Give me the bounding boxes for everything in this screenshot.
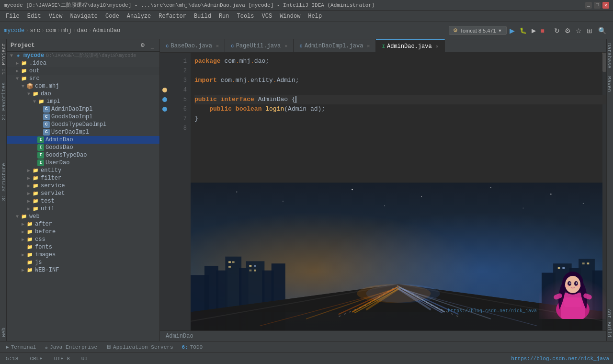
code-line-1: package com.mhj.dao; bbox=[194, 57, 606, 66]
tree-item-after[interactable]: ▶ 📁 after bbox=[7, 220, 159, 228]
tree-item-css[interactable]: ▶ 📁 css bbox=[7, 236, 159, 243]
find-button[interactable]: ⊞ bbox=[585, 26, 594, 35]
panel-maven[interactable]: Maven bbox=[607, 72, 613, 96]
tree-item-fonts[interactable]: 📁 fonts bbox=[7, 243, 159, 251]
tree-item-admindaoimpl[interactable]: C AdminDaoImpl bbox=[7, 105, 159, 113]
tree-item-com-mhj[interactable]: ▼ 📦 com.mhj bbox=[7, 82, 159, 90]
menu-build[interactable]: Build bbox=[190, 12, 215, 21]
tree-item-servlet[interactable]: ▶ 📁 servlet bbox=[7, 190, 159, 197]
svg-rect-14 bbox=[579, 259, 595, 330]
status-crlf: CRLF bbox=[28, 356, 44, 362]
code-editor[interactable]: 1 2 3 4 5 6 7 8 bbox=[160, 53, 606, 330]
tree-icons: ⚙ _ bbox=[138, 41, 156, 49]
bottom-tab-app-servers[interactable]: 🖥 Application Servers bbox=[102, 343, 177, 351]
tree-item-dao[interactable]: ▼ 📁 dao bbox=[7, 90, 159, 98]
run-config-button[interactable]: ⚙ Tomcat 8.5.471 ▼ bbox=[449, 26, 506, 35]
settings-button[interactable]: ⚙ bbox=[563, 26, 573, 35]
tree-item-entity[interactable]: ▶ 📁 entity bbox=[7, 167, 159, 174]
bottom-tab-todo[interactable]: 6: TODO bbox=[178, 343, 207, 351]
breadcrumb-dao[interactable]: dao bbox=[77, 27, 88, 34]
menu-tools[interactable]: Tools bbox=[233, 12, 258, 21]
gutter bbox=[160, 53, 170, 330]
csdn-link[interactable]: https://blog.csdn.net/nick_java bbox=[511, 356, 609, 362]
tree-item-js[interactable]: 📁 js bbox=[7, 259, 159, 266]
tree-item-test[interactable]: ▶ 📁 test bbox=[7, 197, 159, 205]
tree-item-admindao[interactable]: I AdminDao bbox=[7, 136, 159, 144]
tree-item-goodstypedaoimpl[interactable]: C GoodsTypeDaoImpl bbox=[7, 121, 159, 128]
panel-project[interactable]: 1: Project bbox=[0, 39, 6, 79]
stop-button[interactable]: ■ bbox=[539, 26, 546, 35]
close-tab-admindaoimpl[interactable]: ✕ bbox=[367, 43, 370, 49]
svg-line-34 bbox=[352, 286, 398, 312]
tab-admindaoimpl[interactable]: c AdminDaoImpl.java ✕ bbox=[294, 39, 376, 52]
tree-icon-hide[interactable]: _ bbox=[149, 41, 156, 49]
tree-item-before[interactable]: ▶ 📁 before bbox=[7, 228, 159, 236]
menu-refactor[interactable]: Refactor bbox=[155, 12, 190, 21]
tree-item-userdaoimpl[interactable]: C UserDaoImpl bbox=[7, 128, 159, 136]
run-button[interactable]: ▶ bbox=[508, 26, 517, 35]
tree-icon-cog[interactable]: ⚙ bbox=[138, 41, 147, 49]
tree-item-filter[interactable]: ▶ 📁 filter bbox=[7, 174, 159, 182]
tree-item-impl[interactable]: ▼ 📁 impl bbox=[7, 98, 159, 105]
debug-button[interactable]: 🐛 bbox=[518, 26, 529, 35]
tree-item-goodsdaoimpl[interactable]: C GoodsDaoImpl bbox=[7, 113, 159, 121]
search-everywhere-button[interactable]: 🔍 bbox=[595, 26, 609, 35]
folder-icon: 📁 bbox=[20, 68, 28, 74]
menu-analyze[interactable]: Analyze bbox=[123, 12, 155, 21]
tree-item-web[interactable]: ▼ 📁 web bbox=[7, 213, 159, 220]
maximize-button[interactable]: □ bbox=[594, 2, 601, 9]
close-tab-pageutil[interactable]: ✕ bbox=[284, 43, 287, 49]
tree-item-out[interactable]: ▶ 📁 out bbox=[7, 67, 159, 75]
info-marker-2 bbox=[162, 107, 167, 112]
tree-item-service[interactable]: ▶ 📁 service bbox=[7, 182, 159, 190]
panel-ant[interactable]: Ant Build bbox=[607, 305, 613, 341]
panel-structure[interactable]: 3: Structure bbox=[0, 160, 8, 204]
breadcrumb-mycode[interactable]: mycode bbox=[4, 27, 24, 34]
tree-item-userdao[interactable]: I UserDao bbox=[7, 159, 159, 167]
panel-web[interactable]: Web bbox=[0, 324, 6, 341]
tree-item-goodsdao[interactable]: I GoodsDao bbox=[7, 144, 159, 151]
breadcrumb-com[interactable]: com bbox=[45, 27, 56, 34]
menu-view[interactable]: View bbox=[45, 12, 67, 21]
menu-code[interactable]: Code bbox=[102, 12, 123, 21]
svg-rect-11 bbox=[542, 273, 556, 330]
tree-item-util[interactable]: ▶ 📁 util bbox=[7, 205, 159, 213]
menu-edit[interactable]: Edit bbox=[23, 12, 45, 21]
close-tab-admindao[interactable]: ✕ bbox=[436, 44, 439, 49]
menu-help[interactable]: Help bbox=[304, 12, 326, 21]
breadcrumb-mhj[interactable]: mhj bbox=[61, 27, 72, 34]
code-content[interactable]: https://blog.csdn.net/nick_java package … bbox=[191, 53, 606, 330]
run-config-label: Tomcat 8.5.471 bbox=[460, 28, 496, 34]
menu-file[interactable]: File bbox=[2, 12, 23, 21]
bookmark-button[interactable]: ☆ bbox=[574, 26, 584, 35]
menu-run[interactable]: Run bbox=[215, 12, 233, 21]
tab-admindao[interactable]: I AdminDao.java ✕ bbox=[376, 39, 444, 52]
bottom-tab-terminal[interactable]: ▶ Terminal bbox=[2, 343, 40, 351]
folder-icon: 📁 bbox=[32, 198, 39, 205]
svg-rect-13 bbox=[569, 268, 581, 330]
menu-vcs[interactable]: VCS bbox=[258, 12, 276, 21]
tab-basedao[interactable]: c BaseDao.java ✕ bbox=[160, 39, 225, 52]
panel-database[interactable]: Database bbox=[607, 39, 613, 72]
close-tab-basedao[interactable]: ✕ bbox=[216, 43, 219, 49]
close-button[interactable]: ✕ bbox=[602, 2, 609, 9]
svg-rect-70 bbox=[583, 293, 592, 300]
tree-item-src[interactable]: ▼ 📁 src bbox=[7, 75, 159, 82]
breadcrumb-admindao[interactable]: AdminDao bbox=[93, 27, 121, 34]
breadcrumb-src[interactable]: src bbox=[30, 27, 40, 34]
tree-item-goodstypedao[interactable]: I GoodsTypeDao bbox=[7, 151, 159, 159]
update-button[interactable]: ↻ bbox=[552, 26, 562, 35]
panel-favorites[interactable]: 2: Favorites bbox=[0, 79, 6, 124]
menu-window[interactable]: Window bbox=[276, 12, 304, 21]
bottom-tab-java-enterprise[interactable]: ☕ Java Enterprise bbox=[41, 343, 101, 351]
minimize-button[interactable]: _ bbox=[585, 2, 592, 9]
tree-item-mycode[interactable]: ▼ ◈ mycode D:\JAVASE\二阶段课程\day18\mycode bbox=[7, 52, 159, 59]
menu-navigate[interactable]: Navigate bbox=[66, 12, 102, 21]
svg-line-35 bbox=[354, 287, 400, 313]
run-with-coverage-button[interactable]: ▶ bbox=[530, 26, 538, 35]
tree-item-webinf[interactable]: ▶ 📁 WEB-INF bbox=[7, 266, 159, 274]
tab-pageutil[interactable]: c PageUtil.java ✕ bbox=[225, 39, 294, 52]
svg-point-61 bbox=[562, 272, 583, 295]
tree-item-idea[interactable]: ▶ 📁 .idea bbox=[7, 59, 159, 67]
tree-item-images[interactable]: ▶ 📁 images bbox=[7, 251, 159, 259]
